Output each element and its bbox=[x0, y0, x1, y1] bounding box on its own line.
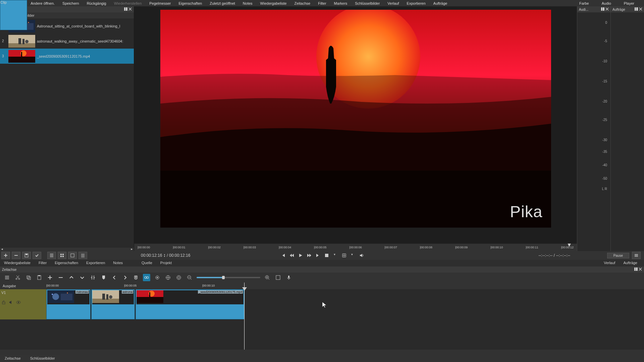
stop-icon[interactable] bbox=[324, 253, 329, 258]
dropdown-icon[interactable]: ▼ bbox=[333, 253, 338, 258]
fast-forward-icon[interactable] bbox=[307, 253, 312, 258]
track-v1-header[interactable]: V1 bbox=[0, 289, 46, 319]
playlist-row[interactable]: 2 astronaut_walking_away._cinematic_seed… bbox=[0, 34, 134, 49]
play-icon[interactable] bbox=[298, 253, 303, 258]
scrub-icon[interactable] bbox=[143, 274, 150, 281]
tab-verlauf[interactable]: Verlauf bbox=[600, 260, 619, 266]
panel-close-icon[interactable] bbox=[128, 7, 132, 11]
skip-end-icon[interactable] bbox=[316, 253, 320, 258]
tab-projekt[interactable]: Projekt bbox=[156, 260, 176, 266]
menu-item[interactable]: Farbe bbox=[578, 1, 590, 6]
zoom-out-icon[interactable] bbox=[186, 274, 193, 281]
next-icon[interactable] bbox=[121, 274, 129, 281]
video-canvas[interactable]: Pika bbox=[160, 10, 551, 228]
menu-item[interactable]: Andere öffnen. bbox=[29, 1, 56, 6]
bottom-tab[interactable]: Schlüsselbilder bbox=[25, 355, 60, 362]
minus-icon[interactable] bbox=[57, 274, 64, 281]
menu-item[interactable]: Player bbox=[623, 1, 636, 6]
panel-layout-icon[interactable] bbox=[634, 267, 638, 272]
zoom-fit-icon[interactable] bbox=[274, 274, 282, 281]
remove-button[interactable] bbox=[12, 252, 20, 259]
up-icon[interactable] bbox=[68, 274, 75, 281]
col-clip[interactable]: Clip bbox=[0, 0, 27, 30]
tab-eigenschaften[interactable]: Eigenschaften bbox=[51, 260, 82, 266]
tab-exportieren[interactable]: Exportieren bbox=[82, 260, 109, 266]
panel-close-icon[interactable] bbox=[605, 7, 609, 11]
add-button[interactable] bbox=[1, 252, 10, 259]
timeline-clip[interactable]: astrona bbox=[91, 289, 135, 319]
menu-item[interactable]: Markers bbox=[333, 1, 349, 6]
playlist-row[interactable]: 3 _seed20090053091120175.mp4 bbox=[0, 49, 134, 64]
tab-quelle[interactable]: Quelle bbox=[138, 260, 156, 266]
preview-ruler[interactable]: |00:00:00|00:00:01|00:00:02|00:00:03|00:… bbox=[134, 244, 577, 251]
mute-icon[interactable] bbox=[9, 300, 13, 305]
menu-item[interactable]: Speichern bbox=[61, 1, 80, 6]
save-button[interactable] bbox=[22, 252, 31, 259]
playhead[interactable] bbox=[244, 283, 245, 350]
playhead-marker-icon[interactable]: ▼ bbox=[567, 242, 572, 248]
paste-icon[interactable] bbox=[36, 274, 43, 281]
tab-notes[interactable]: Notes bbox=[109, 260, 127, 266]
cut-icon[interactable] bbox=[14, 274, 21, 281]
menu-item[interactable]: Wiedergabeliste bbox=[259, 1, 288, 6]
skip-start-icon[interactable] bbox=[281, 253, 285, 258]
menu-item[interactable]: Filter bbox=[317, 1, 327, 6]
mic-icon[interactable] bbox=[285, 274, 292, 281]
menu-item[interactable]: Exportieren bbox=[406, 1, 427, 6]
copy-icon[interactable] bbox=[25, 274, 32, 281]
volume-icon[interactable] bbox=[359, 253, 364, 258]
view-details-button[interactable] bbox=[78, 252, 87, 259]
menu-item[interactable]: Schlüsselbilder bbox=[354, 1, 381, 6]
eye-icon[interactable] bbox=[16, 300, 21, 305]
down-icon[interactable] bbox=[78, 274, 86, 281]
record-icon[interactable] bbox=[154, 274, 161, 281]
timeline-clip[interactable]: _seed20090053091120175.mp4 bbox=[136, 289, 245, 319]
panel-close-icon[interactable] bbox=[639, 7, 642, 11]
grid-icon[interactable] bbox=[342, 253, 346, 258]
prev-icon[interactable] bbox=[111, 274, 118, 281]
timecode-current[interactable]: 00:00:12:16 bbox=[141, 253, 162, 258]
rewind-icon[interactable] bbox=[289, 253, 294, 258]
menu-item[interactable]: Zuletzt geöffnet bbox=[208, 1, 236, 6]
zoom-slider[interactable] bbox=[197, 277, 260, 278]
timeline-ruler[interactable]: |00:00:00|00:00:05|00:00:10 bbox=[46, 283, 644, 289]
timeline-clip[interactable]: Astronau bbox=[46, 289, 91, 319]
output-label[interactable]: Ausgabe bbox=[0, 283, 46, 289]
playhead-handle-icon[interactable] bbox=[242, 287, 247, 291]
timeline-track-area[interactable]: |00:00:00|00:00:05|00:00:10 Astronauastr… bbox=[46, 283, 644, 350]
view-tiles-button[interactable] bbox=[68, 252, 77, 259]
menu-item[interactable]: Eigenschaften bbox=[177, 1, 203, 6]
menu-item[interactable]: Verlauf bbox=[386, 1, 400, 6]
tab-aufträge[interactable]: Aufträge bbox=[619, 260, 641, 266]
ripple-icon[interactable] bbox=[164, 274, 172, 281]
menu-item[interactable]: Wiederherstellen bbox=[113, 1, 143, 6]
view-list-button[interactable] bbox=[47, 252, 56, 259]
plus-icon[interactable] bbox=[46, 274, 54, 281]
menu-icon[interactable] bbox=[3, 274, 11, 281]
bottom-tab[interactable]: Zeitachse bbox=[0, 355, 25, 362]
menu-item[interactable]: Aufträge bbox=[432, 1, 449, 6]
pause-button[interactable]: Pause bbox=[607, 253, 629, 258]
menu-item[interactable]: Audio bbox=[600, 1, 612, 6]
menu-item[interactable]: Pegelmesser bbox=[148, 1, 172, 6]
menu-item[interactable]: Zeitachse bbox=[293, 1, 312, 6]
tab-filter[interactable]: Filter bbox=[35, 260, 51, 266]
split-icon[interactable] bbox=[89, 274, 97, 281]
zoom-in-icon[interactable] bbox=[264, 274, 271, 281]
panel-layout-icon[interactable] bbox=[635, 7, 638, 11]
menu-button[interactable] bbox=[632, 252, 641, 259]
panel-layout-icon[interactable] bbox=[601, 7, 604, 11]
menu-item[interactable]: Rückgängig bbox=[86, 1, 108, 6]
tab-wiedergabeliste[interactable]: Wiedergabeliste bbox=[0, 260, 35, 266]
ripple-all-icon[interactable] bbox=[175, 274, 182, 281]
panel-close-icon[interactable] bbox=[639, 267, 642, 272]
check-button[interactable] bbox=[33, 252, 41, 259]
marker-icon[interactable] bbox=[100, 274, 107, 281]
dropdown-icon[interactable]: ▼ bbox=[351, 253, 355, 258]
lock-icon[interactable] bbox=[1, 300, 6, 305]
panel-layout-icon[interactable] bbox=[124, 7, 127, 11]
timecode-spinner[interactable]: ▲▼ bbox=[163, 253, 165, 257]
playlist-scrollbar[interactable]: ◄► bbox=[0, 248, 134, 251]
magnet-icon[interactable] bbox=[132, 274, 140, 281]
view-grid-button[interactable] bbox=[58, 252, 66, 259]
